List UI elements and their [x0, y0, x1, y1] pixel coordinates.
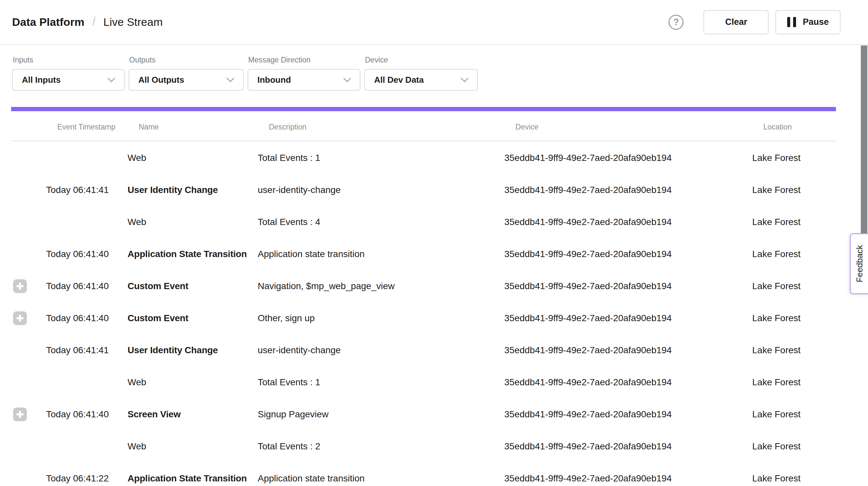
pause-icon	[787, 17, 796, 27]
pause-button-label: Pause	[803, 17, 829, 27]
cell-location: Lake Forest	[752, 174, 801, 206]
page-title: Live Stream	[103, 16, 162, 28]
cell-location: Lake Forest	[752, 142, 801, 174]
cell-timestamp: Today 06:41:40	[46, 398, 109, 430]
cell-timestamp: Today 06:41:41	[46, 334, 109, 366]
table-row[interactable]: Today 06:41:41 User Identity Change user…	[0, 334, 868, 366]
filter-select-device[interactable]: All Dev Data	[364, 69, 478, 91]
help-icon[interactable]: ?	[669, 15, 684, 30]
top-bar: Data Platform / Live Stream ? Clear Paus…	[0, 0, 868, 45]
cell-description: Total Events : 1	[258, 366, 320, 398]
cell-location: Lake Forest	[752, 302, 801, 334]
column-header-event-timestamp: Event Timestamp	[57, 122, 116, 131]
expand-plus-icon[interactable]	[13, 311, 27, 325]
table-row[interactable]: Web Total Events : 1 35eddb41-9ff9-49e2-…	[0, 142, 868, 174]
cell-location: Lake Forest	[752, 398, 801, 430]
cell-description: Total Events : 4	[258, 206, 320, 238]
table-row[interactable]: Today 06:41:40 Screen View Signup Pagevi…	[0, 398, 868, 430]
cell-device: 35eddb41-9ff9-49e2-7aed-20afa90eb194	[504, 206, 672, 238]
scrollbar-thumb[interactable]	[861, 45, 867, 248]
breadcrumb-separator: /	[92, 15, 95, 28]
table-row[interactable]: Web Total Events : 1 35eddb41-9ff9-49e2-…	[0, 366, 868, 398]
column-header-location: Location	[763, 122, 792, 131]
top-actions: ? Clear Pause	[669, 10, 840, 34]
filter-selected-value: All Inputs	[22, 75, 61, 85]
pause-button[interactable]: Pause	[775, 10, 840, 34]
cell-description: Navigation, $mp_web_page_view	[258, 270, 395, 302]
cell-timestamp: Today 06:41:40	[46, 302, 109, 334]
table-row[interactable]: Today 06:41:40 Application State Transit…	[0, 238, 868, 270]
cell-name: User Identity Change	[128, 334, 218, 366]
cell-description: Application state transition	[258, 238, 365, 270]
cell-description: Signup Pageview	[258, 398, 328, 430]
cell-location: Lake Forest	[752, 206, 801, 238]
accent-bar	[11, 107, 836, 111]
cell-name: Web	[128, 366, 146, 398]
filter-group: Device All Dev Data	[364, 56, 478, 91]
cell-description: user-identity-change	[258, 174, 341, 206]
cell-name: Screen View	[128, 398, 181, 430]
feedback-tab-label: Feedback	[855, 245, 865, 282]
cell-location: Lake Forest	[752, 430, 801, 462]
cell-location: Lake Forest	[752, 366, 801, 398]
expand-plus-icon[interactable]	[13, 407, 27, 421]
cell-device: 35eddb41-9ff9-49e2-7aed-20afa90eb194	[504, 302, 672, 334]
cell-name: User Identity Change	[128, 174, 218, 206]
filter-bar: Inputs All Inputs Outputs All Outputs Me…	[12, 56, 478, 91]
table-row[interactable]: Today 06:41:40 Custom Event Navigation, …	[0, 270, 868, 302]
cell-name: Application State Transition	[128, 462, 247, 486]
column-header-device: Device	[516, 122, 538, 131]
cell-timestamp: Today 06:41:40	[46, 238, 109, 270]
filter-label: Outputs	[129, 56, 244, 64]
filter-select-inputs[interactable]: All Inputs	[12, 69, 125, 91]
cell-timestamp: Today 06:41:41	[46, 174, 109, 206]
filter-select-outputs[interactable]: All Outputs	[128, 69, 244, 91]
cell-name: Custom Event	[128, 270, 188, 302]
cell-device: 35eddb41-9ff9-49e2-7aed-20afa90eb194	[504, 270, 672, 302]
live-stream-page: Data Platform / Live Stream ? Clear Paus…	[0, 0, 868, 486]
feedback-tab[interactable]: Feedback	[850, 233, 868, 294]
table-row[interactable]: Today 06:41:22 Application State Transit…	[0, 462, 868, 486]
cell-description: Other, sign up	[258, 302, 315, 334]
cell-timestamp: Today 06:41:22	[46, 462, 109, 486]
table-body: Web Total Events : 1 35eddb41-9ff9-49e2-…	[0, 142, 868, 486]
breadcrumb: Data Platform / Live Stream	[12, 16, 162, 29]
clear-button-label: Clear	[725, 17, 747, 27]
clear-button[interactable]: Clear	[704, 10, 769, 34]
filter-group: Message Direction Inbound	[248, 56, 361, 91]
cell-device: 35eddb41-9ff9-49e2-7aed-20afa90eb194	[504, 398, 672, 430]
table-row[interactable]: Today 06:41:41 User Identity Change user…	[0, 174, 868, 206]
chevron-down-icon	[226, 74, 234, 82]
filter-label: Inputs	[13, 56, 125, 64]
table-header: Event Timestamp Name Description Device …	[11, 113, 836, 141]
filter-group: Outputs All Outputs	[128, 56, 244, 91]
cell-name: Web	[128, 142, 146, 174]
cell-description: Total Events : 2	[258, 430, 320, 462]
table-row[interactable]: Web Total Events : 4 35eddb41-9ff9-49e2-…	[0, 206, 868, 238]
cell-device: 35eddb41-9ff9-49e2-7aed-20afa90eb194	[504, 142, 672, 174]
cell-description: Application state transition	[258, 462, 365, 486]
column-header-name: Name	[139, 122, 159, 131]
cell-location: Lake Forest	[752, 270, 801, 302]
filter-group: Inputs All Inputs	[12, 56, 125, 91]
cell-device: 35eddb41-9ff9-49e2-7aed-20afa90eb194	[504, 462, 672, 486]
filter-label: Message Direction	[248, 56, 361, 64]
expand-plus-icon[interactable]	[13, 279, 27, 293]
cell-timestamp: Today 06:41:40	[46, 270, 109, 302]
cell-description: Total Events : 1	[258, 142, 320, 174]
breadcrumb-data-platform[interactable]: Data Platform	[12, 16, 84, 28]
filter-selected-value: All Dev Data	[374, 75, 424, 85]
filter-select-message-direction[interactable]: Inbound	[248, 69, 361, 91]
filter-label: Device	[365, 56, 478, 64]
cell-device: 35eddb41-9ff9-49e2-7aed-20afa90eb194	[504, 174, 672, 206]
table-row[interactable]: Web Total Events : 2 35eddb41-9ff9-49e2-…	[0, 430, 868, 462]
filter-selected-value: All Outputs	[138, 75, 184, 85]
cell-location: Lake Forest	[752, 462, 801, 486]
cell-name: Web	[128, 430, 146, 462]
cell-device: 35eddb41-9ff9-49e2-7aed-20afa90eb194	[504, 334, 672, 366]
table-row[interactable]: Today 06:41:40 Custom Event Other, sign …	[0, 302, 868, 334]
cell-name: Custom Event	[128, 302, 188, 334]
chevron-down-icon	[343, 74, 351, 82]
cell-device: 35eddb41-9ff9-49e2-7aed-20afa90eb194	[504, 430, 672, 462]
filter-selected-value: Inbound	[257, 75, 291, 85]
